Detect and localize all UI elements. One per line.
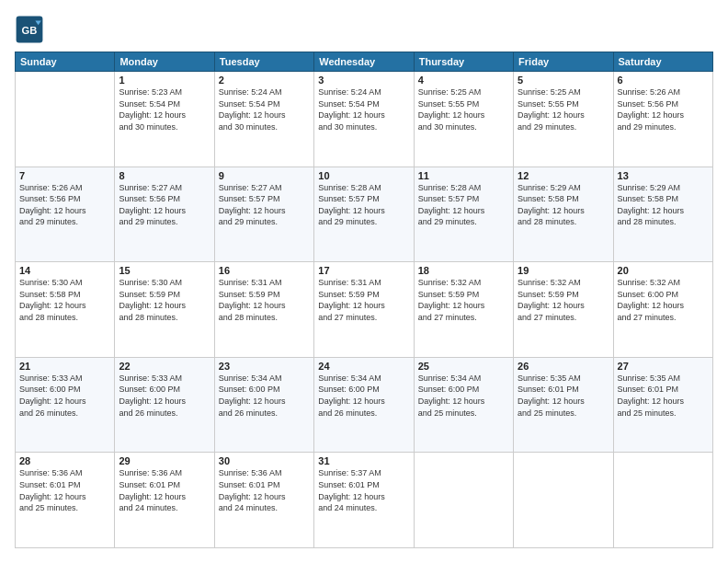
day-cell: 19Sunrise: 5:32 AM Sunset: 5:59 PM Dayli… bbox=[514, 262, 613, 358]
day-info: Sunrise: 5:25 AM Sunset: 5:55 PM Dayligh… bbox=[518, 86, 609, 132]
day-number: 17 bbox=[318, 265, 409, 276]
day-cell: 4Sunrise: 5:25 AM Sunset: 5:55 PM Daylig… bbox=[414, 72, 513, 167]
day-cell: 1Sunrise: 5:23 AM Sunset: 5:54 PM Daylig… bbox=[115, 72, 214, 167]
day-info: Sunrise: 5:26 AM Sunset: 5:56 PM Dayligh… bbox=[618, 86, 709, 132]
day-info: Sunrise: 5:24 AM Sunset: 5:54 PM Dayligh… bbox=[219, 86, 310, 132]
day-cell: 15Sunrise: 5:30 AM Sunset: 5:59 PM Dayli… bbox=[115, 262, 214, 358]
day-number: 10 bbox=[318, 170, 409, 181]
day-info: Sunrise: 5:31 AM Sunset: 5:59 PM Dayligh… bbox=[219, 277, 310, 323]
day-info: Sunrise: 5:28 AM Sunset: 5:57 PM Dayligh… bbox=[318, 182, 409, 228]
col-header-monday: Monday bbox=[115, 52, 214, 72]
week-row-5: 28Sunrise: 5:36 AM Sunset: 6:01 PM Dayli… bbox=[16, 453, 713, 548]
day-cell: 28Sunrise: 5:36 AM Sunset: 6:01 PM Dayli… bbox=[16, 453, 115, 548]
day-number: 25 bbox=[418, 361, 509, 372]
page: GB SundayMondayTuesdayWednesdayThursdayF… bbox=[0, 0, 728, 563]
day-cell: 23Sunrise: 5:34 AM Sunset: 6:00 PM Dayli… bbox=[214, 357, 313, 453]
day-number: 29 bbox=[119, 455, 210, 466]
day-info: Sunrise: 5:30 AM Sunset: 5:58 PM Dayligh… bbox=[19, 277, 110, 323]
day-cell: 16Sunrise: 5:31 AM Sunset: 5:59 PM Dayli… bbox=[214, 262, 313, 358]
day-cell: 21Sunrise: 5:33 AM Sunset: 6:00 PM Dayli… bbox=[16, 357, 115, 453]
day-cell: 14Sunrise: 5:30 AM Sunset: 5:58 PM Dayli… bbox=[16, 262, 115, 358]
day-info: Sunrise: 5:24 AM Sunset: 5:54 PM Dayligh… bbox=[318, 86, 409, 132]
day-number: 20 bbox=[618, 265, 709, 276]
day-cell: 31Sunrise: 5:37 AM Sunset: 6:01 PM Dayli… bbox=[314, 453, 414, 548]
calendar-table: SundayMondayTuesdayWednesdayThursdayFrid… bbox=[15, 52, 713, 548]
day-number: 22 bbox=[119, 361, 210, 372]
day-cell: 12Sunrise: 5:29 AM Sunset: 5:58 PM Dayli… bbox=[514, 167, 613, 262]
day-number: 2 bbox=[219, 75, 310, 86]
day-number: 18 bbox=[418, 265, 509, 276]
day-cell: 7Sunrise: 5:26 AM Sunset: 5:56 PM Daylig… bbox=[16, 167, 115, 262]
day-cell: 8Sunrise: 5:27 AM Sunset: 5:56 PM Daylig… bbox=[115, 167, 214, 262]
day-number: 8 bbox=[119, 170, 210, 181]
day-info: Sunrise: 5:29 AM Sunset: 5:58 PM Dayligh… bbox=[518, 182, 609, 228]
day-info: Sunrise: 5:29 AM Sunset: 5:58 PM Dayligh… bbox=[618, 182, 709, 228]
day-number: 27 bbox=[618, 361, 709, 372]
day-number: 7 bbox=[19, 170, 110, 181]
day-number: 23 bbox=[219, 361, 310, 372]
col-header-saturday: Saturday bbox=[613, 52, 712, 72]
col-header-friday: Friday bbox=[514, 52, 613, 72]
day-number: 1 bbox=[119, 75, 210, 86]
day-cell: 20Sunrise: 5:32 AM Sunset: 6:00 PM Dayli… bbox=[613, 262, 712, 358]
day-number: 15 bbox=[119, 265, 210, 276]
day-info: Sunrise: 5:34 AM Sunset: 6:00 PM Dayligh… bbox=[318, 373, 409, 419]
day-number: 13 bbox=[618, 170, 709, 181]
day-cell bbox=[16, 72, 115, 167]
day-cell bbox=[613, 453, 712, 548]
day-number: 28 bbox=[19, 455, 110, 466]
day-number: 24 bbox=[318, 361, 409, 372]
week-row-2: 7Sunrise: 5:26 AM Sunset: 5:56 PM Daylig… bbox=[16, 167, 713, 262]
day-number: 6 bbox=[618, 75, 709, 86]
day-info: Sunrise: 5:33 AM Sunset: 6:00 PM Dayligh… bbox=[19, 373, 110, 419]
day-info: Sunrise: 5:35 AM Sunset: 6:01 PM Dayligh… bbox=[618, 373, 709, 419]
day-info: Sunrise: 5:26 AM Sunset: 5:56 PM Dayligh… bbox=[19, 182, 110, 228]
day-info: Sunrise: 5:35 AM Sunset: 6:01 PM Dayligh… bbox=[518, 373, 609, 419]
week-row-4: 21Sunrise: 5:33 AM Sunset: 6:00 PM Dayli… bbox=[16, 357, 713, 453]
header: GB bbox=[15, 15, 713, 44]
day-number: 19 bbox=[518, 265, 609, 276]
header-row: SundayMondayTuesdayWednesdayThursdayFrid… bbox=[16, 52, 713, 72]
day-info: Sunrise: 5:32 AM Sunset: 5:59 PM Dayligh… bbox=[418, 277, 509, 323]
day-info: Sunrise: 5:28 AM Sunset: 5:57 PM Dayligh… bbox=[418, 182, 509, 228]
week-row-3: 14Sunrise: 5:30 AM Sunset: 5:58 PM Dayli… bbox=[16, 262, 713, 358]
day-info: Sunrise: 5:36 AM Sunset: 6:01 PM Dayligh… bbox=[219, 467, 310, 513]
col-header-sunday: Sunday bbox=[16, 52, 115, 72]
day-cell: 22Sunrise: 5:33 AM Sunset: 6:00 PM Dayli… bbox=[115, 357, 214, 453]
day-info: Sunrise: 5:32 AM Sunset: 5:59 PM Dayligh… bbox=[518, 277, 609, 323]
logo-icon: GB bbox=[15, 15, 44, 44]
day-info: Sunrise: 5:34 AM Sunset: 6:00 PM Dayligh… bbox=[418, 373, 509, 419]
day-cell: 27Sunrise: 5:35 AM Sunset: 6:01 PM Dayli… bbox=[613, 357, 712, 453]
day-number: 14 bbox=[19, 265, 110, 276]
day-cell: 6Sunrise: 5:26 AM Sunset: 5:56 PM Daylig… bbox=[613, 72, 712, 167]
day-cell: 30Sunrise: 5:36 AM Sunset: 6:01 PM Dayli… bbox=[214, 453, 313, 548]
day-cell: 25Sunrise: 5:34 AM Sunset: 6:00 PM Dayli… bbox=[414, 357, 513, 453]
col-header-wednesday: Wednesday bbox=[314, 52, 414, 72]
day-number: 11 bbox=[418, 170, 509, 181]
day-info: Sunrise: 5:36 AM Sunset: 6:01 PM Dayligh… bbox=[19, 467, 110, 513]
day-cell: 10Sunrise: 5:28 AM Sunset: 5:57 PM Dayli… bbox=[314, 167, 414, 262]
day-cell: 24Sunrise: 5:34 AM Sunset: 6:00 PM Dayli… bbox=[314, 357, 414, 453]
day-number: 12 bbox=[518, 170, 609, 181]
day-info: Sunrise: 5:31 AM Sunset: 5:59 PM Dayligh… bbox=[318, 277, 409, 323]
day-cell: 17Sunrise: 5:31 AM Sunset: 5:59 PM Dayli… bbox=[314, 262, 414, 358]
day-info: Sunrise: 5:34 AM Sunset: 6:00 PM Dayligh… bbox=[219, 373, 310, 419]
logo: GB bbox=[15, 15, 48, 44]
day-cell: 13Sunrise: 5:29 AM Sunset: 5:58 PM Dayli… bbox=[613, 167, 712, 262]
day-cell: 5Sunrise: 5:25 AM Sunset: 5:55 PM Daylig… bbox=[514, 72, 613, 167]
day-number: 16 bbox=[219, 265, 310, 276]
day-info: Sunrise: 5:33 AM Sunset: 6:00 PM Dayligh… bbox=[119, 373, 210, 419]
day-cell: 9Sunrise: 5:27 AM Sunset: 5:57 PM Daylig… bbox=[214, 167, 313, 262]
day-cell bbox=[514, 453, 613, 548]
col-header-thursday: Thursday bbox=[414, 52, 513, 72]
day-number: 4 bbox=[418, 75, 509, 86]
day-info: Sunrise: 5:23 AM Sunset: 5:54 PM Dayligh… bbox=[119, 86, 210, 132]
day-number: 31 bbox=[318, 455, 409, 466]
day-info: Sunrise: 5:30 AM Sunset: 5:59 PM Dayligh… bbox=[119, 277, 210, 323]
week-row-1: 1Sunrise: 5:23 AM Sunset: 5:54 PM Daylig… bbox=[16, 72, 713, 167]
col-header-tuesday: Tuesday bbox=[214, 52, 313, 72]
day-cell: 3Sunrise: 5:24 AM Sunset: 5:54 PM Daylig… bbox=[314, 72, 414, 167]
day-cell: 26Sunrise: 5:35 AM Sunset: 6:01 PM Dayli… bbox=[514, 357, 613, 453]
day-cell: 29Sunrise: 5:36 AM Sunset: 6:01 PM Dayli… bbox=[115, 453, 214, 548]
day-number: 3 bbox=[318, 75, 409, 86]
